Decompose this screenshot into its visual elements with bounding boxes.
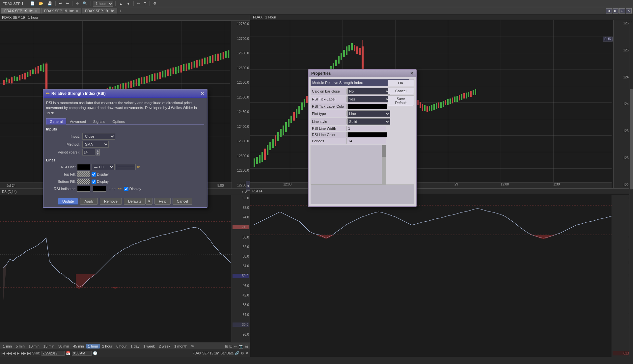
tf-more[interactable]: ≫ [191,344,194,348]
remove-btn[interactable]: Remove [100,198,122,205]
rsi-tab-general[interactable]: General [46,118,66,125]
play-back[interactable]: ◀ [13,351,15,355]
tf-5min[interactable]: 5 min [14,344,26,349]
rsi-indicator-display[interactable]: Display [124,187,141,191]
update-btn[interactable]: Update [58,198,78,205]
tab-2[interactable]: FDAX SEP 19 1h* [82,8,117,14]
toolbar-arrow-up[interactable]: ▲ [118,1,124,6]
start-time-input[interactable] [72,351,92,356]
help-btn[interactable]: Help [154,198,171,205]
plot-type-select[interactable]: Line Bar Histogram [347,110,390,117]
apply-btn[interactable]: Apply [80,198,98,205]
chart-props-icon[interactable]: ⊡ [229,344,233,349]
defaults-dropdown-btn[interactable]: ▼ [146,198,152,205]
line-style-select[interactable]: Solid Dashed Dotted [347,118,390,125]
defaults-btn[interactable]: Defaults [124,198,146,205]
link-icon[interactable]: 🔗 [235,351,239,355]
symbol-selector[interactable]: FDAX SEP 1 [1,1,25,6]
collapse-left-btn[interactable]: ◀ [246,181,250,191]
rsi-indicator-color1[interactable] [77,186,90,192]
calc-select[interactable]: No Yes [347,88,390,95]
tab-0[interactable]: FDAX SEP 19 1h* ✕ [1,8,41,14]
rsi-dialog-close[interactable]: ✕ [200,91,204,96]
play-next[interactable]: ▶▶ [21,351,26,355]
chart-layout-icon[interactable]: ⊞ [225,344,228,349]
top-fill-color[interactable] [77,171,90,177]
chart-nav-back[interactable]: ◀ [606,8,612,14]
tf-45min[interactable]: 45 min [71,344,86,349]
rsi-line-pencil[interactable]: ✏ [137,165,140,169]
period-up[interactable]: ▲ [96,149,100,152]
save-default-btn[interactable]: Save Default [388,96,414,106]
calendar-icon[interactable]: 📅 [66,351,70,355]
tf-1hour[interactable]: 1 hour [86,344,100,349]
play-end[interactable]: ▶| [27,351,31,355]
tf-30min[interactable]: 30 min [57,344,71,349]
chart-nav-close[interactable]: ✕ [626,8,632,14]
play-prev[interactable]: ◀◀ [6,351,12,355]
ok-btn[interactable]: OK [388,80,414,86]
rsi-tab-options[interactable]: Options [109,118,128,125]
bottom-fill-checkbox[interactable] [92,180,96,184]
play-pause[interactable]: ▶ [17,351,19,355]
rsi-line-color[interactable] [77,164,90,170]
rsi-tab-advanced[interactable]: Advanced [66,118,90,125]
toolbar-crosshair[interactable]: ✛ [74,1,80,6]
tf-1day[interactable]: 1 day [129,344,141,349]
toolbar-zoom-in[interactable]: 🔍 [81,1,89,6]
tab-1-close[interactable]: ✕ [76,9,78,13]
toolbar-text[interactable]: T [143,1,148,6]
cancel-btn[interactable]: Cancel [173,198,192,205]
tab-1[interactable]: FDAX SEP 19 1m* ✕ [41,8,81,14]
play-begin[interactable]: |◀ [1,351,5,355]
bottom-fill-display[interactable]: Display [92,180,109,184]
toolbar-new[interactable]: 📄 [29,1,36,6]
rsi-line-style[interactable] [116,164,136,170]
chart-nav-maximize[interactable]: □ [619,8,625,14]
tf-2week[interactable]: 2 week [157,344,172,349]
rsi-line-weight[interactable]: — 1.0 — 2.0 [92,164,115,170]
timeframe-selector[interactable]: 1 hour 5 min 15 min 1 day [93,1,113,7]
settings-icon[interactable]: ⚙ [241,351,244,355]
props-close-btn[interactable]: ✕ [410,71,413,76]
period-input[interactable] [82,149,96,155]
toolbar-settings[interactable]: ⚙ [152,1,158,6]
rsi-expand[interactable]: ↑ [242,190,244,194]
input-select[interactable]: Close Open High Low [82,133,115,140]
tab-0-close[interactable]: ✕ [35,9,38,13]
toolbar-open[interactable]: 📂 [38,1,45,6]
bottom-fill-color[interactable] [77,179,90,184]
tf-1week[interactable]: 1 week [142,344,156,349]
props-vscroll[interactable] [382,145,386,184]
toolbar-save[interactable]: 💾 [46,1,53,6]
props-vscroll-thumb[interactable] [382,145,386,157]
tab-add[interactable]: + [118,8,123,14]
props-cancel-btn[interactable]: Cancel [388,88,414,94]
rsi-indicator-checkbox[interactable] [124,187,128,191]
tick-label-select[interactable]: Yes No [347,96,390,102]
tf-1min[interactable]: 1 min [1,344,14,349]
tf-1month[interactable]: 1 month [173,344,189,349]
rsi-indicator-pencil[interactable]: ✏ [118,186,122,191]
toolbar-undo[interactable]: ↩ [58,1,63,6]
rsi-tab-signals[interactable]: Signals [90,118,109,125]
tick-color-box[interactable] [347,104,387,109]
top-fill-display[interactable]: Display [92,172,109,177]
chart-print-icon[interactable]: 🖨 [244,344,248,349]
rsi-indicator-color2[interactable] [93,186,106,192]
chart-scroll-icon[interactable]: ↔ [234,344,237,349]
toolbar-draw[interactable]: ✏ [136,1,141,6]
clock-icon[interactable]: 🕐 [93,351,97,355]
chart-nav-forward[interactable]: ▶ [613,8,619,14]
tf-2hour[interactable]: 2 hour [100,344,114,349]
line-color-box[interactable] [347,132,387,137]
close-chart-btn[interactable]: ✕ [245,351,248,355]
tf-6hour[interactable]: 6 hour [115,344,128,349]
start-date-input[interactable] [41,351,65,356]
tf-15min[interactable]: 15 min [42,344,56,349]
toolbar-arrow-down[interactable]: ▼ [125,1,131,6]
right-scrollbar[interactable] [629,22,633,357]
scrollbar-thumb[interactable] [630,89,633,189]
top-fill-checkbox[interactable] [92,172,96,177]
method-select[interactable]: SMA EMA WMA [82,141,109,148]
